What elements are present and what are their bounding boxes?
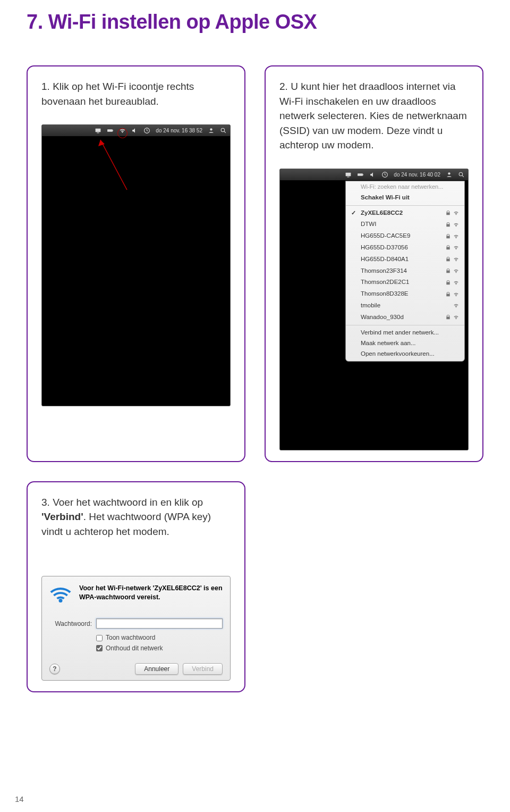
network-icons	[445, 256, 459, 262]
open-network-prefs[interactable]: Open netwerkvoorkeuren...	[346, 348, 464, 359]
network-icons	[445, 280, 459, 286]
svg-rect-0	[96, 129, 101, 132]
create-network[interactable]: Maak netwerk aan...	[346, 338, 464, 348]
battery-icon	[357, 171, 364, 178]
wifi-icon-highlight	[119, 127, 126, 134]
network-name: Thomson23F314	[361, 267, 407, 275]
network-item[interactable]: Thomson2DE2C1	[346, 277, 464, 288]
svg-rect-11	[358, 173, 363, 175]
svg-point-14	[448, 172, 450, 174]
wifi-signal-icon	[453, 280, 459, 286]
step3-bold: 'Verbind'	[41, 511, 83, 522]
network-item[interactable]: Wanadoo_930d	[346, 312, 464, 323]
step2-body: U kunt hier het draadloos internet via W…	[279, 81, 467, 150]
password-field[interactable]	[96, 618, 223, 629]
display-icon	[345, 171, 352, 178]
spotlight-icon	[220, 127, 227, 134]
wifi-signal-icon	[453, 233, 459, 239]
lock-icon	[445, 256, 451, 262]
network-icons	[445, 245, 459, 250]
svg-rect-1	[97, 132, 99, 133]
wifi-signal-icon	[453, 268, 459, 274]
wifi-signal-icon	[453, 314, 459, 320]
step1-text: 1. Klik op het Wi-Fi icoontje rechts bov…	[41, 79, 231, 108]
wifi-status-header: Wi-Fi: zoeken naar netwerken...	[346, 181, 464, 192]
network-item[interactable]: ZyXEL6E8CC2	[346, 207, 464, 219]
wifi-password-dialog: Voor het Wi-Fi-netwerk 'ZyXEL6E8CC2' is …	[41, 576, 231, 680]
separator	[346, 205, 464, 206]
cancel-button[interactable]: Annuleer	[135, 663, 178, 675]
menubar-2: do 24 nov. 16 40 02	[280, 169, 468, 181]
user-icon	[446, 171, 453, 178]
help-button[interactable]: ?	[49, 664, 60, 674]
network-item[interactable]: Thomson23F314	[346, 265, 464, 277]
separator	[346, 325, 464, 325]
network-item[interactable]: Thomson8D328E	[346, 288, 464, 300]
connect-button[interactable]: Verbind	[183, 663, 223, 675]
wifi-large-icon	[49, 584, 72, 608]
svg-point-15	[459, 172, 463, 176]
step1-block: 1. Klik op het Wi-Fi icoontje rechts bov…	[27, 65, 245, 462]
remember-network-checkbox[interactable]	[96, 645, 103, 651]
network-name: ZyXEL6E8CC2	[361, 210, 403, 217]
network-icons	[445, 222, 459, 228]
network-icons	[445, 233, 459, 239]
step3-text: 3. Voer het wachtwoord in en klik op 'Ve…	[41, 495, 231, 539]
show-password-checkbox[interactable]	[96, 635, 103, 641]
step1-body: Klik op het Wi-Fi icoontje rechts bovena…	[41, 81, 194, 107]
lock-icon	[445, 280, 451, 286]
svg-rect-12	[363, 174, 363, 175]
network-item[interactable]: HG655D-D840A1	[346, 254, 464, 265]
step3-number: 3.	[41, 497, 50, 508]
wifi-signal-icon	[453, 222, 459, 228]
step2-screenshot: do 24 nov. 16 40 02 Wi-Fi: zoeken naar n…	[279, 169, 469, 450]
network-name: tmobile	[361, 302, 380, 309]
menubar: do 24 nov. 16 38 52	[42, 125, 230, 137]
lock-icon	[445, 210, 451, 216]
lock-icon	[445, 314, 451, 320]
svg-point-5	[210, 128, 212, 130]
network-item[interactable]: tmobile	[346, 300, 464, 312]
lock-icon	[445, 268, 451, 274]
time-machine-icon	[381, 171, 388, 178]
wifi-toggle[interactable]: Schakel Wi-Fi uit	[346, 192, 464, 204]
network-name: DTWI	[361, 221, 376, 228]
network-item[interactable]: HG655D-D37056	[346, 242, 464, 254]
wifi-signal-icon	[453, 256, 459, 262]
volume-icon	[131, 127, 138, 134]
lock-icon	[445, 291, 451, 297]
connect-other-network[interactable]: Verbind met ander netwerk...	[346, 327, 464, 338]
wifi-signal-icon	[453, 210, 459, 216]
network-icons	[445, 291, 459, 297]
network-name: HG655D-CAC5E9	[361, 232, 410, 240]
step1-number: 1.	[41, 81, 50, 92]
display-icon	[95, 127, 101, 134]
network-icons	[445, 314, 459, 320]
network-name: HG655D-D37056	[361, 244, 408, 252]
step3-block: 3. Voer het wachtwoord in en klik op 'Ve…	[27, 481, 245, 692]
network-name: HG655D-D840A1	[361, 256, 409, 263]
menubar-datetime: do 24 nov. 16 40 02	[394, 172, 440, 178]
network-name: Wanadoo_930d	[361, 314, 404, 321]
lock-icon	[445, 245, 451, 250]
page-number: 14	[15, 794, 24, 803]
password-row: Wachtwoord:	[49, 618, 223, 629]
step2-number: 2.	[279, 81, 288, 92]
network-icons	[445, 210, 459, 216]
wifi-signal-icon	[453, 291, 459, 297]
svg-rect-3	[113, 130, 113, 131]
network-item[interactable]: DTWI	[346, 219, 464, 230]
step3-body-before: Voer het wachtwoord in en klik op	[50, 497, 203, 508]
network-name: Thomson8D328E	[361, 290, 409, 298]
wifi-dropdown: Wi-Fi: zoeken naar netwerken... Schakel …	[345, 181, 465, 362]
dialog-headline: Voor het Wi-Fi-netwerk 'ZyXEL6E8CC2' is …	[79, 584, 223, 602]
menubar-datetime: do 24 nov. 16 38 52	[156, 128, 202, 133]
network-icons	[453, 303, 459, 308]
network-icons	[445, 268, 459, 274]
spotlight-icon	[458, 171, 465, 178]
network-item[interactable]: HG655D-CAC5E9	[346, 230, 464, 242]
svg-rect-2	[107, 129, 113, 131]
step2-block: 2. U kunt hier het draadloos internet vi…	[265, 65, 483, 462]
step1-screenshot: do 24 nov. 16 38 52	[41, 124, 231, 406]
step2-text: 2. U kunt hier het draadloos internet vi…	[279, 79, 469, 153]
